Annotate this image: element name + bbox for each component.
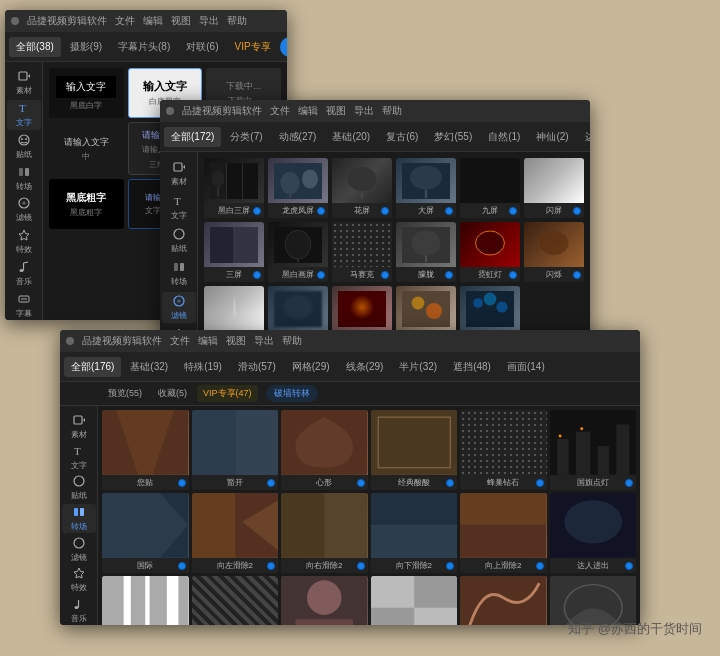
- trans-item-14[interactable]: 毒毒: [192, 576, 279, 625]
- filter-item-8[interactable]: 黑白画屏: [268, 222, 328, 282]
- win2-menu-export[interactable]: 导出: [354, 104, 374, 118]
- trans-item-8[interactable]: 向左滑除2: [192, 493, 279, 573]
- trans-item-9[interactable]: 向右滑除2: [281, 493, 368, 573]
- win3-tab-line[interactable]: 线条(29): [339, 357, 391, 377]
- tab-import[interactable]: ⊕ 导入字幕: [280, 37, 287, 57]
- trans-item-11[interactable]: 向上滑除2: [460, 493, 547, 573]
- win3-tab-grid[interactable]: 网格(29): [285, 357, 337, 377]
- win2-tab-retro[interactable]: 复古(6): [379, 127, 425, 147]
- trans-item-12[interactable]: 达人进出: [550, 493, 637, 573]
- win3-tab-special[interactable]: 特殊(19): [177, 357, 229, 377]
- filter-item-5[interactable]: 九屏: [460, 158, 520, 218]
- trans-item-4[interactable]: 经典酸酸: [371, 410, 458, 490]
- trans-item-10[interactable]: 向下滑除2: [371, 493, 458, 573]
- trans-item-16[interactable]: 闪片: [371, 576, 458, 625]
- sidebar-music[interactable]: 音乐: [7, 259, 41, 289]
- sidebar-transition[interactable]: 转场: [7, 163, 41, 193]
- sidebar-sticker[interactable]: 贴纸: [7, 132, 41, 162]
- win2-tab-nature[interactable]: 自然(1): [481, 127, 527, 147]
- filter-item-3[interactable]: 花屏: [332, 158, 392, 218]
- win2-sidebar-filter[interactable]: 滤镜: [162, 292, 196, 323]
- win3-tab-basic[interactable]: 基础(32): [123, 357, 175, 377]
- tab-photo[interactable]: 摄影(9): [63, 37, 109, 57]
- filter-item-4[interactable]: 大屏: [396, 158, 456, 218]
- win3-subtab-active[interactable]: 破墙转林: [266, 385, 318, 402]
- win3-menu-export[interactable]: 导出: [254, 334, 274, 348]
- text-card-7[interactable]: 黑底粗字 黑底粗字: [49, 179, 124, 229]
- tab-couplet[interactable]: 对联(6): [179, 37, 225, 57]
- win2-sidebar-sticker[interactable]: 贴纸: [162, 225, 196, 256]
- filter-item-2[interactable]: 龙虎凤屏: [268, 158, 328, 218]
- filter-item-6[interactable]: 闪屏: [524, 158, 584, 218]
- text-card-1[interactable]: 输入文字 黑底白字: [49, 68, 124, 118]
- win2-tab-border[interactable]: 边框(23): [578, 127, 590, 147]
- sidebar-caption[interactable]: 字幕: [7, 290, 41, 320]
- filter-item-9[interactable]: 马赛克: [332, 222, 392, 282]
- win2-tab-all[interactable]: 全部(172): [164, 127, 221, 147]
- win2-menu-help[interactable]: 帮助: [382, 104, 402, 118]
- trans-item-15[interactable]: 乐彩转开: [281, 576, 368, 625]
- win2-sidebar-text[interactable]: T 文字: [162, 191, 196, 222]
- menu-help[interactable]: 帮助: [227, 14, 247, 28]
- win2-menu-view[interactable]: 视图: [326, 104, 346, 118]
- sidebar-text[interactable]: T 文字: [7, 100, 41, 130]
- menu-file[interactable]: 文件: [115, 14, 135, 28]
- win3-subtab-fav[interactable]: 收藏(5): [152, 385, 193, 402]
- win3-sidebar-effect[interactable]: 特效: [62, 566, 96, 595]
- win2-menu-file[interactable]: 文件: [270, 104, 290, 118]
- win3-sidebar-sticker[interactable]: 贴纸: [62, 473, 96, 502]
- win3-menu-view[interactable]: 视图: [226, 334, 246, 348]
- filter-item-11[interactable]: 霓虹灯: [460, 222, 520, 282]
- filter-item-10[interactable]: 朦胧: [396, 222, 456, 282]
- win2-sidebar-material[interactable]: 素材: [162, 158, 196, 189]
- svg-point-18: [174, 229, 184, 239]
- win3-sidebar-text[interactable]: T 文字: [62, 443, 96, 472]
- menu-export[interactable]: 导出: [199, 14, 219, 28]
- sidebar-material[interactable]: 素材: [7, 68, 41, 98]
- filter-item-7[interactable]: 三屏: [204, 222, 264, 282]
- win3-sidebar-filter[interactable]: 滤镜: [62, 535, 96, 564]
- win3-menu-file[interactable]: 文件: [170, 334, 190, 348]
- svg-rect-19: [174, 263, 178, 271]
- win2-tab-cat[interactable]: 分类(7): [223, 127, 269, 147]
- win3-sidebar-transition[interactable]: 转场: [62, 504, 96, 533]
- menu-view[interactable]: 视图: [171, 14, 191, 28]
- win3-tab-cover[interactable]: 遮挡(48): [446, 357, 498, 377]
- trans-item-13[interactable]: 闪烁: [102, 576, 189, 625]
- win2-menu-edit[interactable]: 编辑: [298, 104, 318, 118]
- win2-sidebar-transition[interactable]: 转场: [162, 258, 196, 289]
- win3-tab-screen[interactable]: 画面(14): [500, 357, 552, 377]
- tab-all[interactable]: 全部(38): [9, 37, 61, 57]
- sidebar-filter[interactable]: 滤镜: [7, 195, 41, 225]
- filter-item-12[interactable]: 闪烁: [524, 222, 584, 282]
- win3-sidebar-material[interactable]: 素材: [62, 412, 96, 441]
- sidebar-effect[interactable]: 特效: [7, 227, 41, 257]
- win3-subtab-vip[interactable]: VIP专享(47): [197, 385, 258, 402]
- text-card-4[interactable]: 请输入文字 中: [49, 122, 124, 175]
- menu-edit[interactable]: 编辑: [143, 14, 163, 28]
- svg-rect-71: [74, 508, 78, 516]
- win3-tab-slide[interactable]: 滑动(57): [231, 357, 283, 377]
- trans-item-18[interactable]: 水墨: [550, 576, 637, 625]
- win3-tab-all[interactable]: 全部(176): [64, 357, 121, 377]
- trans-item-6[interactable]: 国旗点灯: [550, 410, 637, 490]
- trans-item-5[interactable]: 蜂巢钻石: [460, 410, 547, 490]
- win2-tab-dream[interactable]: 梦幻(55): [427, 127, 479, 147]
- trans-item-2[interactable]: 豁开: [192, 410, 279, 490]
- trans-item-7[interactable]: 国际: [102, 493, 189, 573]
- win3-sidebar-music[interactable]: 音乐: [62, 596, 96, 625]
- tab-caption[interactable]: 字幕片头(8): [111, 37, 177, 57]
- tab-vip[interactable]: VIP专享: [228, 37, 278, 57]
- win2-tab-fairy[interactable]: 神仙(2): [529, 127, 575, 147]
- win3-subtab-preview[interactable]: 预览(55): [102, 385, 148, 402]
- trans-item-17[interactable]: 流过: [460, 576, 547, 625]
- trans-item-1[interactable]: 您贴: [102, 410, 189, 490]
- win2-tab-dynamic[interactable]: 动感(27): [272, 127, 324, 147]
- win3-menu-edit[interactable]: 编辑: [198, 334, 218, 348]
- win3-tab-half[interactable]: 半片(32): [392, 357, 444, 377]
- win2-tab-basic[interactable]: 基础(20): [325, 127, 377, 147]
- trans-item-3[interactable]: 心形: [281, 410, 368, 490]
- filter-item-1[interactable]: 黑白三屏: [204, 158, 264, 218]
- win3-menu-help[interactable]: 帮助: [282, 334, 302, 348]
- filter-thumb-1: [204, 158, 264, 203]
